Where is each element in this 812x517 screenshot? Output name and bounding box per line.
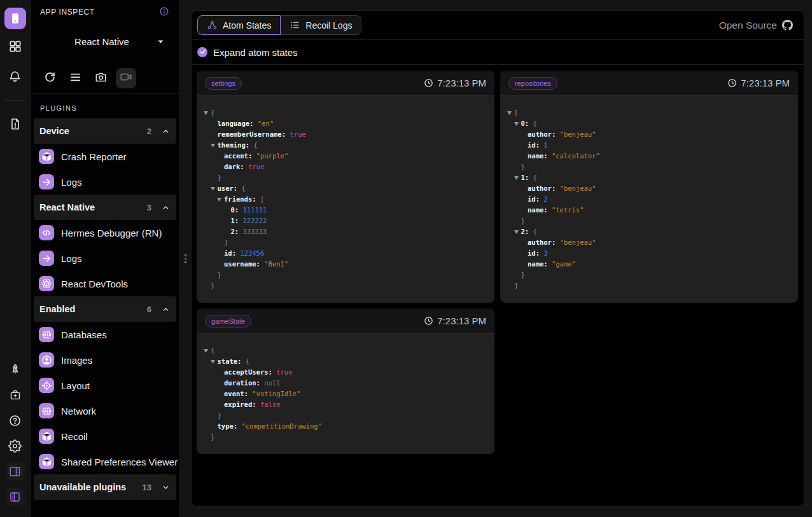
toggle-left-panel-button[interactable]	[6, 488, 25, 506]
app-title: APP INSPECT	[40, 8, 95, 17]
json-row: }	[197, 432, 487, 443]
plugin-item-logs[interactable]: Logs	[31, 169, 179, 195]
plugin-item-network[interactable]: Network	[31, 398, 179, 424]
sidebar-resize-handle[interactable]	[181, 0, 191, 517]
menu-button[interactable]	[65, 68, 85, 88]
settings-button[interactable]	[4, 435, 26, 457]
atom-cards: settings7:23:13 PM{language: "en"remembe…	[192, 65, 804, 460]
json-row: ]	[197, 237, 487, 248]
json-row: {	[197, 107, 487, 118]
screen-record-button[interactable]	[116, 68, 136, 88]
atom-json-tree: {state: {acceptUsers: trueduration: null…	[197, 334, 494, 454]
tab-label: Atom States	[223, 20, 271, 31]
open-source-link[interactable]: Open Source	[719, 20, 793, 31]
json-row: }	[500, 270, 790, 280]
atom-name-badge[interactable]: repositories	[508, 77, 557, 90]
plugin-item-shared-preferences-viewer[interactable]: Shared Preferences Viewer	[31, 449, 179, 474]
json-row: event: "votingIdle"	[197, 389, 487, 399]
plugin-item-databases[interactable]: Databases	[31, 322, 179, 347]
expand-arrow-icon[interactable]	[211, 144, 215, 148]
atom-timestamp-label: 7:23:13 PM	[741, 78, 790, 88]
plugin-item-label: Layout	[61, 380, 90, 391]
molecule-icon	[207, 20, 218, 31]
json-row: 0: 111111	[197, 205, 487, 216]
video-icon	[119, 70, 133, 86]
code-icon	[39, 225, 54, 240]
json-row: author: "benjeau"	[500, 129, 790, 140]
expand-arrow-icon[interactable]	[514, 230, 519, 234]
expand-arrow-icon[interactable]	[217, 198, 221, 202]
json-row: [	[500, 107, 790, 118]
expand-atoms-checkbox[interactable]	[197, 47, 207, 57]
expand-arrow-icon[interactable]	[211, 360, 215, 364]
plugins-section-label: PLUGINS	[40, 104, 179, 112]
logs-report-button[interactable]	[4, 113, 26, 135]
arrow-right-icon	[39, 174, 54, 190]
json-row: 0: {	[500, 118, 790, 129]
plugin-group-unavailable-plugins[interactable]: Unavailable plugins13	[34, 474, 176, 500]
check-icon	[199, 46, 206, 58]
plugin-item-react-devtools[interactable]: React DevTools	[31, 271, 179, 296]
plugin-item-images[interactable]: Images	[31, 347, 179, 373]
file-alert-icon	[8, 117, 22, 131]
plugin-item-label: Recoil	[61, 431, 88, 442]
json-row: state: {	[197, 356, 487, 367]
plugin-group-react-native[interactable]: React Native3	[34, 195, 176, 220]
expand-arrow-icon[interactable]	[204, 111, 208, 115]
json-row: accent: "purple"	[197, 151, 487, 162]
json-row: friends: [	[197, 194, 487, 205]
chevron-down-icon	[162, 483, 170, 492]
plugin-group-device[interactable]: Device2	[34, 118, 176, 144]
cube-icon	[39, 149, 54, 164]
json-row: }	[197, 280, 487, 291]
github-icon	[782, 20, 793, 31]
caret-down-icon	[156, 37, 165, 46]
toolbox-button[interactable]	[4, 384, 26, 406]
expand-arrow-icon[interactable]	[204, 349, 208, 353]
getting-started-button[interactable]	[4, 359, 26, 380]
atom-name-badge[interactable]: gameState	[205, 315, 251, 327]
apps-button[interactable]	[4, 36, 26, 57]
clock-icon	[424, 78, 433, 88]
plugin-group-label: React Native	[39, 202, 147, 212]
plugin-item-hermes-debugger-rn[interactable]: Hermes Debugger (RN)	[31, 220, 179, 245]
plugin-item-recoil[interactable]: Recoil	[31, 424, 179, 449]
arrow-right-icon	[39, 251, 54, 266]
plugin-group-enabled[interactable]: Enabled6	[34, 296, 176, 322]
expand-arrow-icon[interactable]	[514, 122, 519, 126]
atom-card-gamestate: gameState7:23:13 PM{state: {acceptUsers:…	[197, 308, 494, 454]
json-row: theming: {	[197, 140, 487, 151]
device-selector[interactable]: React Native	[38, 34, 165, 49]
active-app-button[interactable]	[4, 8, 26, 29]
plugin-group-count: 6	[147, 305, 151, 314]
reload-button[interactable]	[39, 68, 60, 88]
expand-arrow-icon[interactable]	[211, 187, 215, 191]
help-button[interactable]	[4, 410, 26, 431]
rail-divider	[4, 100, 25, 101]
json-row: acceptUsers: true	[197, 367, 487, 378]
chevron-up-icon	[162, 305, 170, 314]
rail-top-icons	[0, 0, 30, 135]
atom-timestamp-label: 7:23:13 PM	[437, 78, 486, 88]
rail-bottom-icons	[0, 357, 30, 517]
screenshot-button[interactable]	[90, 68, 111, 88]
toggle-right-panel-button[interactable]	[6, 462, 25, 480]
plugin-item-crash-reporter[interactable]: Crash Reporter	[31, 144, 179, 169]
notifications-button[interactable]	[4, 65, 26, 87]
expand-arrow-icon[interactable]	[507, 111, 512, 115]
tab-recoil-logs[interactable]: Recoil Logs	[281, 15, 361, 35]
atom-name-badge[interactable]: settings	[205, 77, 242, 90]
plugin-item-logs[interactable]: Logs	[31, 245, 179, 271]
toolbox-icon	[9, 389, 22, 401]
expand-arrow-icon[interactable]	[514, 176, 519, 180]
atom-card-header: settings7:23:13 PM	[197, 71, 494, 96]
atom-json-tree: {language: "en"rememberUsername: truethe…	[197, 96, 494, 303]
help-circle-icon	[8, 414, 22, 427]
tab-atom-states[interactable]: Atom States	[197, 15, 281, 35]
json-row: dark: true	[197, 162, 487, 172]
react-icon	[39, 276, 54, 291]
json-row: 1: {	[500, 172, 790, 183]
json-row: name: "tetris"	[500, 205, 790, 216]
plugin-item-layout[interactable]: Layout	[31, 373, 179, 398]
info-icon[interactable]	[160, 7, 169, 18]
